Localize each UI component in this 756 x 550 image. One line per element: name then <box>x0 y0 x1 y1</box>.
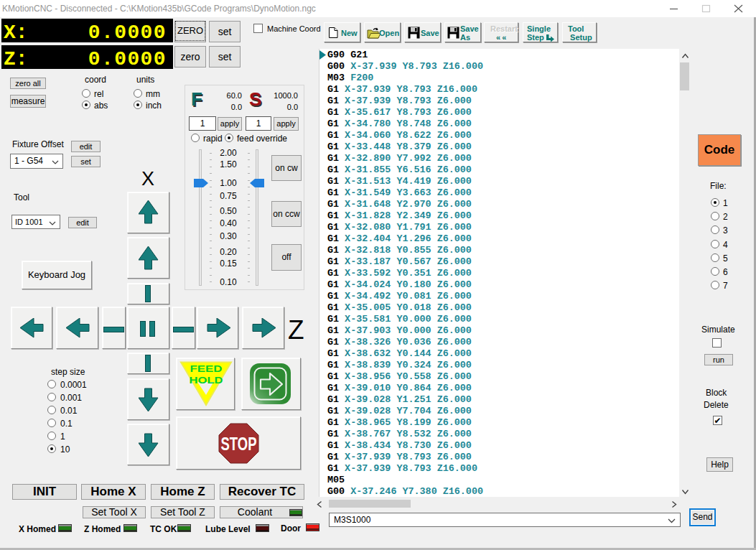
svg-text:STOP: STOP <box>221 433 257 455</box>
svg-text:FEED: FEED <box>190 363 223 374</box>
svg-text:HOLD: HOLD <box>190 375 223 386</box>
